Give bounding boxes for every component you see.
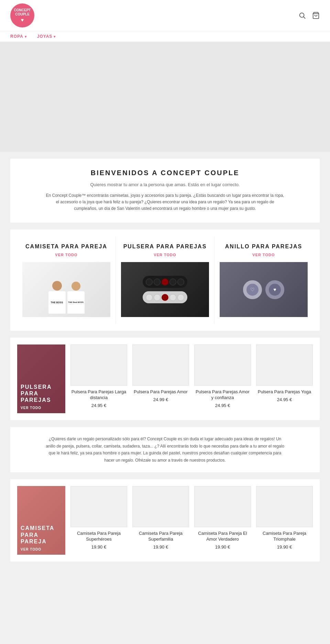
category-image-pulsera [121, 262, 209, 317]
camiseta-thumb-1[interactable] [132, 486, 189, 527]
welcome-body: En Concept Couple™ encontrarás camisetas… [45, 192, 285, 212]
camiseta-name-1: Camiseta Para Pareja Superfamilia [132, 531, 189, 542]
camiseta-banner-label: CAMISETA PARA PAREJA [21, 525, 62, 545]
camiseta-card-0: Camiseta Para Pareja Superhéroes 19.90 € [70, 486, 127, 550]
camiseta-card-1: Camiseta Para Pareja Superfamilia 19.90 … [132, 486, 189, 550]
ver-todo-anillo[interactable]: VER TODO [220, 253, 308, 257]
camiseta-card-3: Camiseta Para Pareja Triomphale 19.90 € [256, 486, 313, 550]
category-card-camiseta: CAMISETA PARA PAREJA VER TODO THE BOSS T… [17, 236, 116, 324]
product-name-1: Pulsera Para Parejas Amor [132, 389, 189, 395]
product-card-3: Pulsera Para Parejas Yoga 24.95 € [256, 344, 313, 408]
logo-line1: CONCEPT [14, 8, 31, 12]
bracelet-black [143, 276, 187, 288]
chevron-down-icon: ▾ [25, 35, 27, 38]
mid-text-body: ¿Quieres darle un regalo personalizado s… [45, 436, 285, 464]
camiseta-name-3: Camiseta Para Pareja Triomphale [256, 531, 313, 542]
ver-todo-pulsera[interactable]: VER TODO [121, 253, 209, 257]
pulsera-products-grid: Pulsera Para Parejas Larga distancia 24.… [70, 344, 313, 408]
categories-section: CAMISETA PARA PAREJA VER TODO THE BOSS T… [10, 229, 320, 331]
category-title-pulsera: PULSERA PARA PAREJAS [121, 243, 209, 250]
category-card-anillo: ANILLO PARA PAREJAS VER TODO ♡ ♥ [214, 236, 313, 324]
shirt-female: THE Real BOSS [67, 282, 85, 314]
cart-icon[interactable] [312, 12, 320, 19]
female-head [72, 282, 80, 291]
category-image-camiseta: THE BOSS THE Real BOSS [22, 262, 110, 317]
product-thumb-2[interactable] [194, 344, 251, 386]
ring-heart-1: ♡ [250, 287, 255, 292]
shirt-illustration: THE BOSS THE Real BOSS [48, 265, 85, 314]
camiseta-thumb-0[interactable] [70, 486, 127, 527]
male-shirt: THE BOSS [48, 291, 66, 314]
camiseta-name-2: Camiseta Para Pareja El Amor Verdadero [194, 531, 251, 542]
product-name-0: Pulsera Para Parejas Larga distancia [70, 389, 127, 401]
nav-item-joyas[interactable]: JOYAS ▾ [37, 34, 56, 39]
logo-line2: COUPLE [15, 12, 30, 16]
product-price-2: 24.95 € [194, 403, 251, 408]
ring-1: ♡ [243, 280, 262, 299]
product-thumb-3[interactable] [256, 344, 313, 386]
logo[interactable]: CONCEPT COUPLE ♥ [10, 3, 34, 27]
camiseta-thumb-2[interactable] [194, 486, 251, 527]
product-price-3: 24.95 € [256, 397, 313, 402]
pulsera-product-section: PULSERA PARA PAREJAS VER TODO Pulsera Pa… [10, 338, 320, 420]
product-card-1: Pulsera Para Parejas Amor 24.99 € [132, 344, 189, 408]
nav: ROPA ▾ JOYAS ▾ [0, 31, 330, 42]
welcome-title: BIENVENIDOS A CONCEPT COUPLE [24, 169, 306, 177]
camiseta-name-0: Camiseta Para Pareja Superhéroes [70, 531, 127, 542]
product-price-1: 24.99 € [132, 397, 189, 402]
product-card-0: Pulsera Para Parejas Larga distancia 24.… [70, 344, 127, 408]
pulsera-banner-ver-todo[interactable]: VER TODO [21, 406, 62, 410]
category-card-pulsera: PULSERA PARA PAREJAS VER TODO [116, 236, 214, 324]
svg-line-1 [304, 17, 305, 19]
camiseta-price-3: 19.90 € [256, 544, 313, 550]
camiseta-card-2: Camiseta Para Pareja El Amor Verdadero 1… [194, 486, 251, 550]
camiseta-product-section: CAMISETA PARA PAREJA VER TODO Camiseta P… [10, 479, 320, 562]
female-shirt: THE Real BOSS [67, 291, 85, 314]
ring-heart-2: ♥ [273, 287, 276, 292]
hero-banner [0, 42, 330, 152]
welcome-section: BIENVENIDOS A CONCEPT COUPLE Quieres mos… [10, 159, 320, 223]
mid-text-section: ¿Quieres darle un regalo personalizado s… [10, 427, 320, 472]
product-name-3: Pulsera Para Parejas Yoga [256, 389, 313, 395]
shirt-male: THE BOSS [48, 281, 66, 314]
category-title-camiseta: CAMISETA PARA PAREJA [22, 243, 110, 250]
svg-point-0 [300, 13, 304, 18]
ring-illustration: ♡ ♥ [243, 280, 284, 299]
product-thumb-1[interactable] [132, 344, 189, 386]
category-image-anillo: ♡ ♥ [220, 262, 308, 317]
product-name-2: Pulsera Para Parejas Amor y confianza [194, 389, 251, 401]
camiseta-price-0: 19.90 € [70, 544, 127, 550]
logo-heart: ♥ [21, 17, 24, 23]
pulsera-banner-label: PULSERA PARA PAREJAS [21, 384, 62, 404]
camiseta-products-grid: Camiseta Para Pareja Superhéroes 19.90 €… [70, 486, 313, 550]
camiseta-thumb-3[interactable] [256, 486, 313, 527]
header: CONCEPT COUPLE ♥ [0, 0, 330, 31]
bracelet-white [143, 291, 187, 303]
pulsera-banner: PULSERA PARA PAREJAS VER TODO [17, 344, 65, 413]
ver-todo-camiseta[interactable]: VER TODO [22, 253, 110, 257]
chevron-down-icon: ▾ [54, 35, 56, 38]
category-title-anillo: ANILLO PARA PAREJAS [220, 243, 308, 250]
bracelet-illustration [143, 276, 187, 303]
camiseta-price-1: 19.90 € [132, 544, 189, 550]
welcome-subtitle: Quieres mostrar tu amor a la persona que… [24, 182, 306, 187]
product-card-2: Pulsera Para Parejas Amor y confianza 24… [194, 344, 251, 408]
ring-2: ♥ [265, 280, 284, 299]
search-icon[interactable] [298, 12, 306, 19]
male-head [52, 281, 62, 291]
nav-item-ropa[interactable]: ROPA ▾ [10, 34, 27, 39]
product-price-0: 24.95 € [70, 403, 127, 408]
header-icons [298, 12, 320, 19]
camiseta-banner: CAMISETA PARA PAREJA VER TODO [17, 486, 65, 555]
camiseta-price-2: 19.90 € [194, 544, 251, 550]
product-thumb-0[interactable] [70, 344, 127, 386]
camiseta-banner-ver-todo[interactable]: VER TODO [21, 547, 62, 551]
